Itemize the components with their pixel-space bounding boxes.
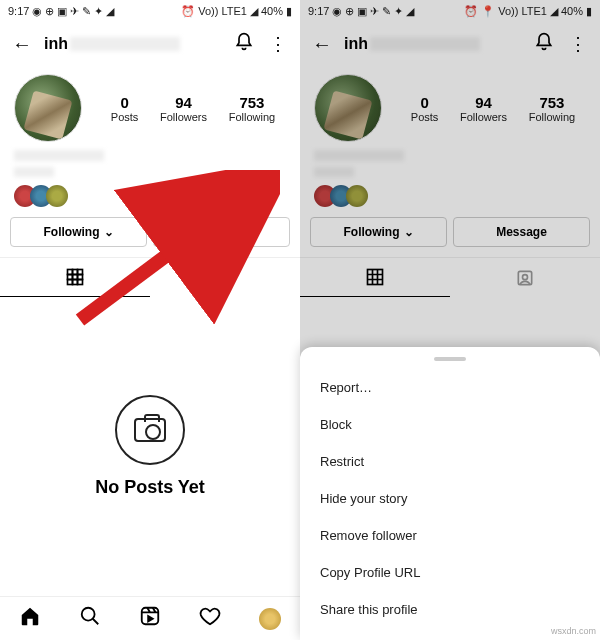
- profile-stats-row: 0 Posts 94 Followers 753 Following: [300, 66, 600, 150]
- reels-icon[interactable]: [139, 605, 161, 632]
- svg-point-15: [523, 274, 528, 279]
- status-bar: 9:17 ◉ ⊕ ▣ ✈ ✎ ✦ ◢ ⏰ 📍 Vo)) LTE1 ◢ 40% ▮: [300, 0, 600, 22]
- blurred-text: [14, 167, 54, 177]
- blurred-text: [314, 150, 404, 161]
- chevron-down-icon: ⌄: [104, 225, 114, 239]
- notif-icon: ⊕: [45, 6, 54, 17]
- signal-icon: ◢: [250, 6, 258, 17]
- following-stat[interactable]: 753 Following: [229, 94, 275, 123]
- follower-avatar: [46, 185, 68, 207]
- svg-point-11: [82, 608, 95, 621]
- whatsapp-icon: ◉: [332, 6, 342, 17]
- app-icon: ✎: [82, 6, 91, 17]
- home-icon[interactable]: [19, 605, 41, 632]
- app-icon: ✦: [394, 6, 403, 17]
- share-profile-option[interactable]: Share this profile: [300, 591, 600, 628]
- profile-avatar[interactable]: [314, 74, 382, 142]
- restrict-option[interactable]: Restrict: [300, 443, 600, 480]
- battery-label: 40%: [261, 6, 283, 17]
- battery-icon: ▮: [586, 6, 592, 17]
- options-sheet: Report… Block Restrict Hide your story R…: [300, 347, 600, 640]
- svg-point-10: [223, 274, 228, 279]
- alarm-icon: ⏰: [181, 6, 195, 17]
- empty-state: No Posts Yet: [0, 297, 300, 596]
- tagged-tab[interactable]: [450, 258, 600, 297]
- followers-stat[interactable]: 94 Followers: [160, 94, 207, 123]
- mutual-followers-row[interactable]: [0, 183, 300, 217]
- profile-header: ← inh ⋮: [0, 22, 300, 66]
- watermark: wsxdn.com: [551, 626, 596, 636]
- svg-rect-8: [78, 275, 83, 280]
- profile-actions: Following ⌄ Message: [0, 217, 300, 257]
- notifications-icon[interactable]: [532, 32, 556, 57]
- time-label: 9:17: [8, 6, 29, 17]
- grid-tab[interactable]: [300, 258, 450, 297]
- app-icon: ◢: [106, 6, 114, 17]
- follower-avatar: [346, 185, 368, 207]
- volte-label: Vo)) LTE1: [498, 6, 547, 17]
- profile-stats-row: 0 Posts 94 Followers 753 Following: [0, 66, 300, 150]
- activity-icon[interactable]: [199, 605, 221, 632]
- back-button[interactable]: ←: [10, 33, 34, 56]
- block-option[interactable]: Block: [300, 406, 600, 443]
- more-options-button[interactable]: ⋮: [266, 33, 290, 55]
- alarm-icon: ⏰: [464, 6, 478, 17]
- profile-header: ← inh ⋮: [300, 22, 600, 66]
- svg-rect-12: [142, 608, 159, 625]
- empty-title: No Posts Yet: [95, 477, 205, 498]
- search-icon[interactable]: [79, 605, 101, 632]
- app-icon: ✈: [70, 6, 79, 17]
- username-title: inh: [344, 35, 522, 53]
- notifications-icon[interactable]: [232, 32, 256, 57]
- profile-nav-icon[interactable]: [259, 608, 281, 630]
- app-icon: ◢: [406, 6, 414, 17]
- following-button[interactable]: Following ⌄: [10, 217, 147, 247]
- sheet-handle[interactable]: [434, 357, 466, 361]
- profile-bio: [300, 150, 600, 183]
- profile-actions: Following ⌄ Message: [300, 217, 600, 257]
- message-button[interactable]: Message: [153, 217, 290, 247]
- time-label: 9:17: [308, 6, 329, 17]
- volte-label: Vo)) LTE1: [198, 6, 247, 17]
- back-button[interactable]: ←: [310, 33, 334, 56]
- status-bar: 9:17 ◉ ⊕ ▣ ✈ ✎ ✦ ◢ ⏰ Vo)) LTE1 ◢ 40% ▮: [0, 0, 300, 22]
- following-stat[interactable]: 753 Following: [529, 94, 575, 123]
- profile-avatar[interactable]: [14, 74, 82, 142]
- username-title: inh: [44, 35, 222, 53]
- followers-stat[interactable]: 94 Followers: [460, 94, 507, 123]
- app-icon: ✦: [94, 6, 103, 17]
- app-icon: ▣: [357, 6, 367, 17]
- svg-rect-13: [368, 270, 383, 285]
- blurred-text: [314, 167, 354, 177]
- chevron-down-icon: ⌄: [404, 225, 414, 239]
- blurred-text: [370, 37, 480, 51]
- signal-icon: ◢: [550, 6, 558, 17]
- copy-url-option[interactable]: Copy Profile URL: [300, 554, 600, 591]
- location-icon: 📍: [481, 6, 495, 17]
- message-button[interactable]: Message: [453, 217, 590, 247]
- grid-tab[interactable]: [0, 258, 150, 297]
- battery-label: 40%: [561, 6, 583, 17]
- remove-follower-option[interactable]: Remove follower: [300, 517, 600, 554]
- bottom-nav: [0, 596, 300, 640]
- app-icon: ▣: [57, 6, 67, 17]
- camera-icon: [115, 395, 185, 465]
- mutual-followers-row[interactable]: [300, 183, 600, 217]
- blurred-text: [70, 37, 180, 51]
- more-options-button[interactable]: ⋮: [566, 33, 590, 55]
- whatsapp-icon: ◉: [32, 6, 42, 17]
- following-button[interactable]: Following ⌄: [310, 217, 447, 247]
- battery-icon: ▮: [286, 6, 292, 17]
- profile-tabs: [300, 257, 600, 297]
- profile-bio: [0, 150, 300, 183]
- posts-stat[interactable]: 0 Posts: [411, 94, 439, 123]
- app-icon: ✈: [370, 6, 379, 17]
- blurred-text: [14, 150, 104, 161]
- profile-tabs: [0, 257, 300, 297]
- hide-story-option[interactable]: Hide your story: [300, 480, 600, 517]
- tagged-tab[interactable]: [150, 258, 300, 297]
- app-icon: ✎: [382, 6, 391, 17]
- report-option[interactable]: Report…: [300, 369, 600, 406]
- notif-icon: ⊕: [345, 6, 354, 17]
- posts-stat[interactable]: 0 Posts: [111, 94, 139, 123]
